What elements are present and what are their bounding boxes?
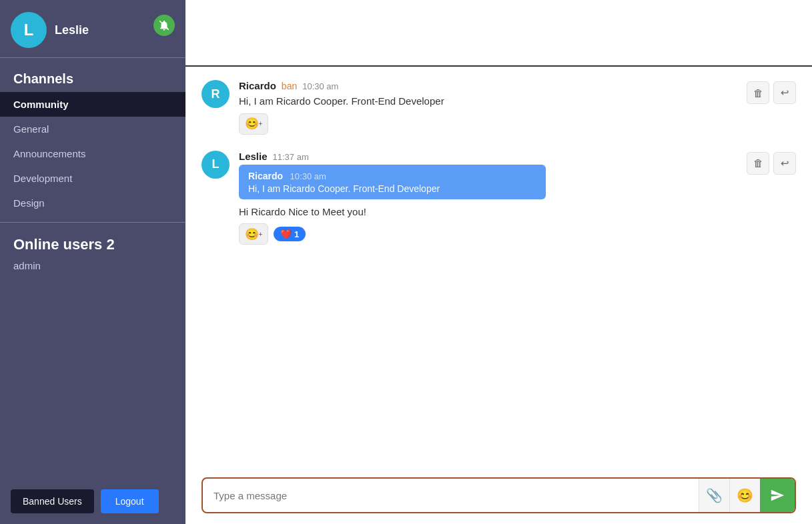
message-actions: 🗑 ↩ <box>747 81 796 104</box>
heart-icon: ❤️ <box>280 229 292 239</box>
message-actions: 🗑 ↩ <box>747 152 796 175</box>
send-button[interactable] <box>760 479 795 512</box>
delete-message-button[interactable]: 🗑 <box>747 81 769 104</box>
logout-button[interactable]: Logout <box>101 489 159 513</box>
messages-container: R Ricardo ban 10:30 am Hi, I am Ricardo … <box>185 67 812 467</box>
table-row: L Leslie 11:37 am Ricardo 10:30 am Hi, I… <box>201 151 796 245</box>
channels-title: Channels <box>0 65 185 92</box>
emoji-add-button[interactable]: 😊+ <box>239 113 268 135</box>
reply-message-button[interactable]: ↩ <box>773 152 796 175</box>
message-author: Ricardo <box>239 80 276 91</box>
sidebar-item-community[interactable]: Community <box>0 92 185 117</box>
reaction-badge[interactable]: ❤️ 1 <box>274 227 306 241</box>
ban-link[interactable]: ban <box>282 81 297 91</box>
emoji-button[interactable]: 😊 <box>729 479 760 512</box>
chat-input-area: 📎 😊 <box>185 467 812 524</box>
message-meta: Ricardo ban 10:30 am <box>239 80 737 91</box>
message-text: Hi Ricardo Nice to Meet you! <box>239 205 737 220</box>
banned-users-button[interactable]: Banned Users <box>11 489 94 513</box>
sidebar-header: L Leslie <box>0 0 185 57</box>
sidebar-item-announcements[interactable]: Announcements <box>0 141 185 166</box>
attachment-button[interactable]: 📎 <box>699 479 729 512</box>
message-time: 11:37 am <box>273 152 309 162</box>
sidebar-item-general[interactable]: General <box>0 117 185 141</box>
chat-area: R Ricardo ban 10:30 am Hi, I am Ricardo … <box>185 0 812 524</box>
notification-button[interactable] <box>153 15 175 36</box>
quoted-time: 10:30 am <box>290 171 326 181</box>
avatar: R <box>201 80 230 108</box>
sidebar: L Leslie Channels Community General Anno… <box>0 0 185 524</box>
online-user-admin: admin <box>0 256 185 275</box>
message-author: Leslie <box>239 151 268 162</box>
online-users-title: Online users 2 <box>0 229 185 256</box>
chat-header <box>185 0 812 67</box>
divider-1 <box>0 57 185 58</box>
delete-message-button[interactable]: 🗑 <box>747 152 769 175</box>
message-input-box: 📎 😊 <box>201 477 796 513</box>
message-text: Hi, I am Ricardo Cooper. Front-End Devel… <box>239 94 737 109</box>
message-input[interactable] <box>203 481 699 511</box>
message-content: Ricardo ban 10:30 am Hi, I am Ricardo Co… <box>239 80 737 135</box>
divider-2 <box>0 222 185 223</box>
sidebar-footer: Banned Users Logout <box>0 479 185 524</box>
quoted-message: Ricardo 10:30 am Hi, I am Ricardo Cooper… <box>239 165 546 199</box>
reply-message-button[interactable]: ↩ <box>773 81 796 104</box>
sidebar-item-development[interactable]: Development <box>0 166 185 191</box>
avatar: L <box>201 151 230 179</box>
reaction-count: 1 <box>294 229 299 239</box>
message-content: Leslie 11:37 am Ricardo 10:30 am Hi, I a… <box>239 151 737 245</box>
quoted-text: Hi, I am Ricardo Cooper. Front-End Devel… <box>248 183 536 194</box>
quoted-author: Ricardo <box>248 171 283 181</box>
message-time: 10:30 am <box>302 81 338 91</box>
sidebar-item-design[interactable]: Design <box>0 191 185 215</box>
message-meta: Leslie 11:37 am <box>239 151 737 162</box>
emoji-add-button[interactable]: 😊+ <box>239 223 268 245</box>
table-row: R Ricardo ban 10:30 am Hi, I am Ricardo … <box>201 80 796 135</box>
user-avatar: L <box>11 12 47 48</box>
user-name: Leslie <box>55 23 89 37</box>
